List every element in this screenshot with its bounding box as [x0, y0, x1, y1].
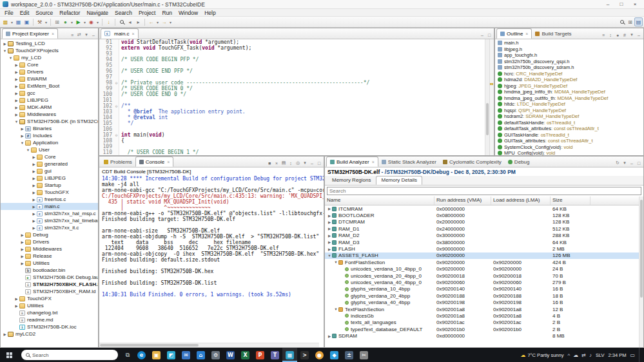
collapsed-arrow-icon[interactable]: ▶ [327, 240, 332, 244]
collapsed-arrow-icon[interactable]: ▶ [31, 169, 37, 173]
maximize-view-icon[interactable]: □ [487, 33, 492, 37]
collapsed-arrow-icon[interactable]: ▶ [31, 198, 37, 202]
console-view-button-5[interactable]: ▾ [302, 160, 307, 166]
console-output[interactable]: 14:30:28 **** Incremental Build of confi… [99, 175, 324, 343]
tab-build-analyzer[interactable]: Build Analyzer × [326, 157, 378, 167]
toolbar-debug-button[interactable]: ● [61, 17, 70, 26]
toolbar-next-annotation-button[interactable]: ▸ [134, 17, 142, 26]
maximize-window-button[interactable]: □ [615, 1, 628, 8]
tree-item[interactable]: ▶gui [1, 167, 98, 175]
tree-item[interactable]: ▶EWARM [1, 75, 98, 82]
memory-table-row[interactable]: texts_all_languages0x902001ac0x902001ac2… [325, 319, 643, 326]
tree-item[interactable]: bbootloader.bin [1, 267, 98, 274]
tree-item[interactable]: ≡changelog.txt [1, 309, 98, 316]
tab-cyclomatic-complexity[interactable]: Cyclomatic Complexity [440, 157, 505, 167]
expanded-arrow-icon[interactable]: ▼ [25, 148, 31, 152]
tree-item[interactable]: ▶TouchGFX [1, 189, 98, 196]
console-hscrollbar[interactable] [99, 343, 319, 347]
menu-source[interactable]: Source [32, 10, 56, 16]
editor-scrollbar[interactable] [485, 39, 489, 155]
outline-item[interactable]: hmdma_jpeg_infifo_th : MDMA_HandleTypeDe… [495, 89, 643, 95]
tree-item[interactable]: ▶cmain.c [1, 203, 98, 210]
tree-item[interactable]: ▼User [1, 146, 98, 153]
taskbar-app-store[interactable]: ⌂ [193, 348, 208, 362]
memory-table-row[interactable]: ▶DTCMRAM0x20000000128 KB [325, 219, 643, 225]
collapsed-arrow-icon[interactable]: ▶ [14, 106, 19, 110]
scrollbar-thumb[interactable] [486, 103, 489, 135]
collapsed-arrow-icon[interactable]: ▶ [327, 227, 332, 231]
expanded-arrow-icon[interactable]: ▼ [8, 56, 14, 60]
tab-main-c[interactable]: c main.c × [101, 28, 139, 39]
menu-project[interactable]: Project [135, 10, 159, 16]
collapsed-arrow-icon[interactable]: ▶ [19, 262, 25, 265]
collapsed-arrow-icon[interactable]: ▶ [19, 240, 25, 244]
memory-table-row[interactable]: ▶ITCMRAM0x0000000064 KB [325, 205, 643, 212]
tree-item[interactable]: ▶▤Binaries [1, 125, 98, 132]
memory-table-row[interactable]: unicodes_verdana_20_4bpp_00x902000180x90… [325, 272, 643, 279]
memory-table-row[interactable]: ▶BOOTLOADER0x08000000128 KB [325, 212, 643, 218]
console-view-button-2[interactable]: ▤ [281, 160, 286, 166]
tree-item[interactable]: ≡STM32H750XBHX_RAM.ld [1, 288, 98, 295]
memory-table-row[interactable]: unicodes_verdana_10_4bpp_00x902000000x90… [325, 266, 643, 272]
menu-search[interactable]: Search [112, 10, 135, 16]
tree-item[interactable]: ▶cfreertos.c [1, 196, 98, 203]
explorer-view-button-1[interactable]: ⇄ [77, 32, 82, 37]
expanded-arrow-icon[interactable]: ▼ [14, 120, 19, 124]
outline-view-button-4[interactable]: ▾ [629, 32, 634, 37]
tree-item[interactable]: ▶generated [1, 160, 98, 167]
fold-marker-icon[interactable]: ⊖ [113, 103, 119, 109]
taskbar-app-browser[interactable]: ● [312, 348, 327, 362]
scrollbar-thumb[interactable] [640, 200, 643, 298]
tree-item[interactable]: ▼my_LCD [1, 54, 98, 61]
memory-table-row[interactable]: typedText_database_DEFAULT0x902001b00x90… [325, 326, 643, 332]
collapsed-arrow-icon[interactable]: ▶ [14, 84, 19, 88]
tree-item[interactable]: ▶STM32H750B-DK Debug.launch [1, 274, 98, 281]
fold-marker-icon[interactable]: ⊖ [113, 132, 119, 138]
toolbar-new-project-button[interactable]: ⊞ [53, 17, 61, 26]
tree-item[interactable]: ▶Debug [1, 231, 98, 238]
taskbar-search-box[interactable]: Search [21, 350, 118, 360]
outline-item[interactable]: main.h [495, 40, 643, 46]
explorer-view-button-3[interactable]: – [91, 33, 96, 37]
close-tab-icon[interactable]: × [52, 32, 54, 36]
memory-table-row[interactable]: indicesGb0x902001a80x902001a84 B [325, 312, 643, 319]
collapsed-arrow-icon[interactable]: ▶ [14, 99, 19, 102]
tray-icon-1[interactable]: ☁ [573, 352, 578, 358]
tree-item[interactable]: ▶#Includes [1, 132, 98, 139]
tree-item[interactable]: ▶cstm32h7xx_hal_timebase_tim.c [1, 217, 98, 224]
taskbar-app-file-explorer[interactable]: ▣ [149, 348, 164, 362]
tab-console[interactable]: Console × [135, 157, 173, 167]
column-size[interactable]: Size [551, 196, 590, 205]
collapsed-arrow-icon[interactable]: ▶ [327, 220, 332, 224]
collapsed-arrow-icon[interactable]: ▶ [14, 297, 19, 301]
collapsed-arrow-icon[interactable]: ▶ [31, 176, 37, 180]
collapsed-arrow-icon[interactable]: ▶ [14, 77, 19, 81]
toolbar-debug-dd-button[interactable]: ▾ [70, 17, 74, 26]
start-button[interactable] [0, 348, 18, 362]
taskbar-app-teams[interactable]: T [268, 348, 282, 362]
toolbar-new-wizard-button[interactable]: ▩ [1, 17, 10, 26]
toolbar-new-wizard-dd-button[interactable]: ▾ [10, 17, 14, 26]
tree-item[interactable]: ▶cstm32h7xx_hal_msp.c [1, 210, 98, 217]
tray-icon-2[interactable]: ⇄ [581, 352, 586, 358]
toolbar-external-tools-button[interactable]: ◉ [87, 17, 95, 26]
outline-item[interactable]: app_touchgfx.h [495, 52, 643, 59]
outline-view-button-2[interactable]: ● [615, 33, 620, 37]
menu-edit[interactable]: Edit [17, 10, 33, 16]
clock[interactable]: 2:34 PM [609, 352, 627, 358]
outline-item[interactable]: stm32h750b_discovery_sdram.h [495, 64, 643, 71]
memory-table-row[interactable]: ▶RAM_D20x30000000288 KB [325, 233, 643, 239]
explorer-view-button-0[interactable]: ≡ [70, 33, 75, 37]
tab-build-targets[interactable]: Build Targets [532, 28, 574, 39]
toolbar-save-all-button[interactable]: ▣ [23, 17, 31, 26]
close-tab-icon[interactable]: × [132, 32, 135, 36]
collapsed-arrow-icon[interactable]: ▶ [19, 247, 25, 251]
explorer-view-button-2[interactable]: ▾ [84, 32, 89, 37]
toolbar-programmer-button[interactable]: ↓ [104, 17, 113, 26]
subtab-memory-regions[interactable]: Memory Regions [327, 176, 376, 185]
tree-item[interactable]: ▶Startup [1, 182, 98, 189]
tree-item[interactable]: ▶MDK-ARM [1, 104, 98, 111]
memory-table-row[interactable]: ▶RAM_D10x24000000512 KB [325, 225, 643, 232]
tree-item[interactable]: ▶Drivers [1, 238, 98, 245]
collapsed-arrow-icon[interactable]: ▶ [327, 207, 332, 211]
